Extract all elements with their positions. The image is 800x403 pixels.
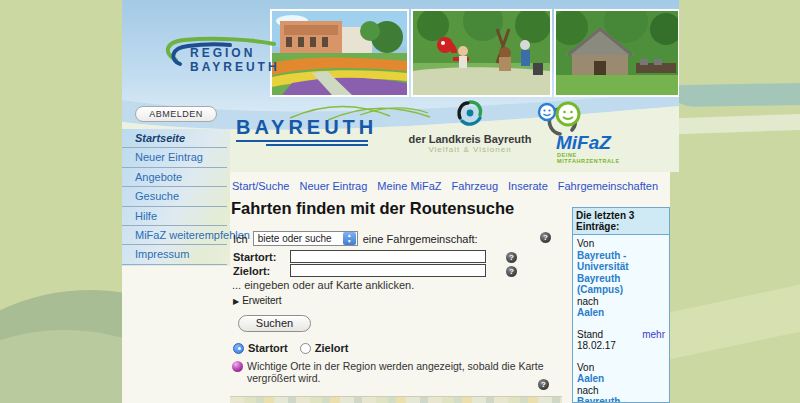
erweitert-label: Erweitert xyxy=(242,295,281,306)
map-note-text: Wichtige Orte in der Region werden angez… xyxy=(247,360,562,384)
nach-label: nach xyxy=(577,385,665,397)
zielort-label: Zielort: xyxy=(233,265,290,277)
startort-radio[interactable] xyxy=(233,343,244,354)
latest-entries-panel: Die letzten 3 Einträge: Von Bayreuth - U… xyxy=(572,207,670,403)
biete-suche-select[interactable]: biete oder suche ▲▼ xyxy=(253,231,358,246)
mifaz-subtitle: DEINE MITFAHRZENTRALE xyxy=(557,152,640,164)
region-logo-line2: BAYREUTH xyxy=(190,60,280,74)
bayreuth-city-logo: BAYREUTH xyxy=(236,116,377,139)
marker-icon xyxy=(232,361,243,372)
marker-radio-group: Startort Zielort xyxy=(233,342,360,354)
main-nav: Start/Suche Neuer Eintrag Meine MiFaZ Fa… xyxy=(232,180,658,192)
von-label: Von xyxy=(577,238,665,250)
landkreis-subtitle: Vielfalt & Visionen xyxy=(402,145,538,154)
select-stepper-icon: ▲▼ xyxy=(343,232,356,245)
mode-select-row: Ich biete oder suche ▲▼ eine Fahrgemeins… xyxy=(233,231,478,246)
nav-fahrzeug[interactable]: Fahrzeug xyxy=(452,180,498,192)
nav-inserate[interactable]: Inserate xyxy=(508,180,548,192)
bayreuth-logo-underline2 xyxy=(266,144,368,146)
zielort-row: Zielort: xyxy=(233,264,486,277)
sidebar-item-weiterempfehlen[interactable]: MiFaZ weiterempfehlen xyxy=(122,226,227,245)
nav-neuer-eintrag[interactable]: Neuer Eintrag xyxy=(299,180,367,192)
entry-to-link[interactable]: Bayreuth - Universität Bayreuth (Campus) xyxy=(577,396,665,403)
sidebar-item-gesuche[interactable]: Gesuche xyxy=(122,187,227,206)
help-icon[interactable]: ? xyxy=(540,232,551,243)
startort-label: Startort: xyxy=(233,251,290,263)
entry-date: 18.02.17 xyxy=(577,340,665,352)
entry-from-link[interactable]: Aalen xyxy=(577,373,665,385)
page-title: Fahrten finden mit der Routensuche xyxy=(231,199,514,218)
erweitert-toggle[interactable]: ▶Erweitert xyxy=(233,295,282,306)
select-value: biete oder suche xyxy=(254,233,342,244)
background-band-teal xyxy=(676,83,800,107)
nav-fahrgemeinschaften[interactable]: Fahrgemeinschaften xyxy=(558,180,658,192)
stand-label: Stand xyxy=(577,329,603,341)
latest-entries-title: Die letzten 3 Einträge: xyxy=(573,208,669,235)
bayreuth-logo-text: BAYREUTH xyxy=(236,116,377,138)
landkreis-swirl-icon xyxy=(455,98,485,128)
suchen-button[interactable]: Suchen xyxy=(238,315,311,332)
sidebar-item-startseite[interactable]: Startseite xyxy=(122,129,227,148)
zielort-radio[interactable] xyxy=(300,343,311,354)
page-container: REGION BAYREUTH ABMELDEN BAYREUTH der La… xyxy=(122,0,679,403)
startort-row: Startort: xyxy=(233,250,486,263)
help-icon[interactable]: ? xyxy=(506,252,517,263)
nav-meine-mifaz[interactable]: Meine MiFaZ xyxy=(377,180,441,192)
nav-start-suche[interactable]: Start/Suche xyxy=(232,180,289,192)
entry-item: Von Bayreuth - Universität Bayreuth (Cam… xyxy=(577,238,665,352)
header-photos xyxy=(270,9,679,97)
sidebar-item-hilfe[interactable]: Hilfe xyxy=(122,207,227,226)
von-label: Von xyxy=(577,362,665,374)
help-icon[interactable]: ? xyxy=(506,266,517,277)
fahrgemeinschaft-label: eine Fahrgemeinschaft: xyxy=(363,233,478,245)
photo-farmhouse xyxy=(554,9,679,97)
sidebar-item-neuer-eintrag[interactable]: Neuer Eintrag xyxy=(122,148,227,167)
landkreis-title: der Landkreis Bayreuth xyxy=(402,133,538,145)
map-hint-text: ... eingeben oder auf Karte anklicken. xyxy=(232,279,414,291)
landkreis-bayreuth-logo: der Landkreis Bayreuth Vielfalt & Vision… xyxy=(402,98,538,154)
sidebar-item-angebote[interactable]: Angebote xyxy=(122,168,227,187)
mifaz-title: MiFaZ xyxy=(556,134,640,152)
region-logo-line1: REGION xyxy=(190,46,280,60)
entry-to-link[interactable]: Aalen xyxy=(577,307,665,319)
entry-from-link[interactable]: Bayreuth - Universität Bayreuth (Campus) xyxy=(577,250,665,296)
mifaz-logo: MiFaZ DEINE MITFAHRZENTRALE xyxy=(530,100,640,164)
abmelden-button[interactable]: ABMELDEN xyxy=(135,106,217,122)
map-note: Wichtige Orte in der Region werden angez… xyxy=(232,360,562,384)
nach-label: nach xyxy=(577,296,665,308)
zielort-radio-label[interactable]: Zielort xyxy=(315,342,349,354)
entry-item: Von Aalen nach Bayreuth - Universität Ba… xyxy=(577,362,665,403)
expand-arrow-icon: ▶ xyxy=(233,297,239,306)
bayreuth-logo-underline xyxy=(236,140,368,142)
help-icon[interactable]: ? xyxy=(538,379,549,390)
sidebar-nav: Startseite Neuer Eintrag Angebote Gesuch… xyxy=(122,129,230,266)
zielort-input[interactable] xyxy=(290,264,486,277)
photo-playground xyxy=(411,9,552,97)
startort-radio-label[interactable]: Startort xyxy=(248,342,288,354)
mifaz-smileys-icon xyxy=(530,100,594,136)
region-bayreuth-logo: REGION BAYREUTH xyxy=(146,34,296,90)
sidebar-item-impressum[interactable]: Impressum xyxy=(122,245,227,264)
startort-input[interactable] xyxy=(290,250,486,263)
mehr-link[interactable]: mehr xyxy=(642,329,665,341)
ich-label: Ich xyxy=(233,233,248,245)
background-band-pale xyxy=(676,114,800,135)
map-preview-edge[interactable] xyxy=(230,396,562,403)
